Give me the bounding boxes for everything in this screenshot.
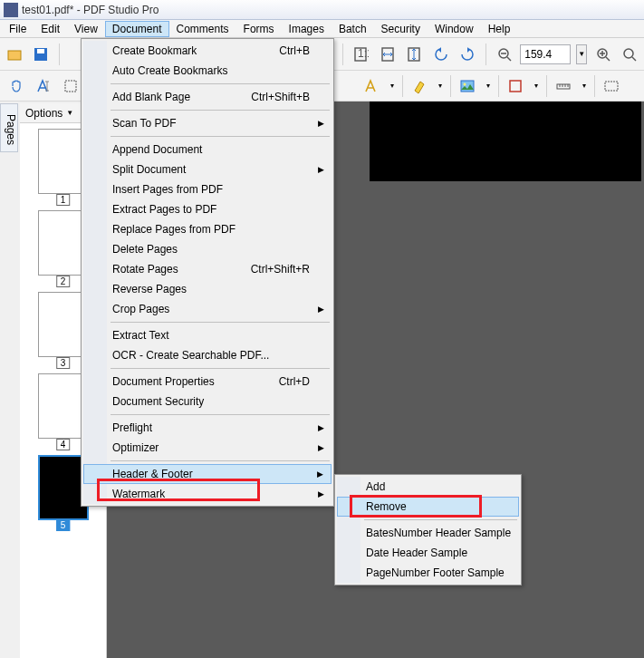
menu-item-header-footer[interactable]: Header & Footer▶ [83, 464, 332, 484]
menu-item-watermark[interactable]: Watermark▶ [83, 484, 332, 504]
menu-item-rotate-pages[interactable]: Rotate PagesCtrl+Shift+R [83, 259, 332, 279]
menu-item-auto-create-bookmarks[interactable]: Auto Create Bookmarks [83, 61, 332, 81]
menu-item-label: Rotate Pages [112, 263, 178, 276]
menu-item-extract-pages-to-pdf[interactable]: Extract Pages to PDF [83, 199, 332, 219]
submenu-arrow-icon: ▶ [318, 165, 324, 174]
save-button[interactable] [30, 42, 51, 67]
menu-separator [364, 519, 517, 520]
submenu-item-date-header-sample[interactable]: Date Header Sample [337, 543, 519, 563]
menu-item-scan-to-pdf[interactable]: Scan To PDF▶ [83, 113, 332, 133]
menu-forms[interactable]: Forms [236, 21, 282, 37]
menu-item-label: Auto Create Bookmarks [112, 64, 227, 77]
dropdown-arrow[interactable]: ▾ [434, 76, 447, 96]
menu-item-label: Delete Pages [112, 243, 178, 256]
menu-item-append-document[interactable]: Append Document [83, 140, 332, 160]
zoom-tool-button[interactable] [620, 42, 640, 67]
menu-item-document-security[interactable]: Document Security [83, 392, 332, 411]
menu-file[interactable]: File [2, 21, 34, 37]
page-number-label: 4 [56, 439, 71, 450]
submenu-item-add[interactable]: Add [337, 477, 519, 497]
menu-comments[interactable]: Comments [169, 21, 236, 37]
fit-height-button[interactable] [404, 42, 425, 67]
pages-tab[interactable]: Pages [0, 103, 18, 152]
image-button[interactable] [455, 73, 480, 99]
svg-point-12 [464, 82, 466, 85]
fit-page-button[interactable]: 1:1 [351, 42, 371, 67]
link-button[interactable] [599, 73, 624, 99]
select-tool-button[interactable] [58, 73, 83, 99]
dropdown-arrow[interactable]: ▾ [386, 76, 399, 96]
submenu-arrow-icon: ▶ [318, 423, 324, 432]
menu-window[interactable]: Window [428, 21, 481, 37]
page-number-label: 2 [56, 276, 71, 287]
menu-separator [111, 460, 330, 461]
zoom-input[interactable] [520, 44, 571, 64]
menu-item-add-blank-page[interactable]: Add Blank PageCtrl+Shift+B [83, 87, 332, 107]
menu-shortcut: Ctrl+B [279, 44, 310, 57]
menu-shortcut: Ctrl+Shift+B [251, 91, 310, 103]
svg-rect-15 [605, 82, 618, 91]
highlight-button[interactable] [407, 73, 432, 99]
separator [450, 75, 451, 97]
separator [59, 44, 60, 65]
menu-item-reverse-pages[interactable]: Reverse Pages [83, 279, 332, 299]
menu-item-preflight[interactable]: Preflight▶ [83, 418, 332, 438]
header-footer-submenu: AddRemoveBatesNumber Header SampleDate H… [334, 474, 522, 585]
menu-item-ocr-create-searchable-pdf-[interactable]: OCR - Create Searchable PDF... [83, 345, 332, 365]
menu-item-label: Remove [366, 500, 407, 513]
page-number-label: 1 [56, 194, 71, 206]
menu-item-delete-pages[interactable]: Delete Pages [83, 239, 332, 259]
svg-point-9 [624, 49, 633, 58]
menu-view[interactable]: View [67, 21, 105, 37]
open-button[interactable] [4, 42, 24, 67]
menu-item-label: Watermark [112, 488, 165, 500]
menu-item-label: Reverse Pages [112, 283, 187, 295]
zoom-out-button[interactable] [494, 42, 514, 67]
menu-shortcut: Ctrl+D [279, 375, 310, 388]
rotate-cw-button[interactable] [457, 42, 477, 67]
hand-tool-button[interactable] [4, 73, 29, 99]
zoom-dropdown-arrow[interactable]: ▼ [576, 44, 587, 64]
menu-item-split-document[interactable]: Split Document▶ [83, 160, 332, 179]
menu-bar: FileEditViewDocumentCommentsFormsImagesB… [0, 20, 644, 38]
submenu-item-batesnumber-header-sample[interactable]: BatesNumber Header Sample [337, 523, 519, 543]
dropdown-arrow[interactable]: ▾ [530, 76, 543, 96]
menu-item-insert-pages-from-pdf[interactable]: Insert Pages from PDF [83, 179, 332, 199]
menu-item-label: Replace Pages from PDF [112, 223, 235, 236]
separator [498, 75, 499, 97]
page-number-label: 5 [56, 519, 71, 531]
pages-tab-label: Pages [5, 114, 17, 145]
text-annotation-button[interactable] [359, 73, 384, 99]
window-title: test01.pdf* - PDF Studio Pro [22, 4, 159, 16]
separator [485, 44, 486, 65]
menu-document[interactable]: Document [105, 21, 169, 37]
menu-item-label: Preflight [112, 421, 152, 434]
zoom-in-button[interactable] [592, 42, 613, 67]
menu-item-label: Insert Pages from PDF [112, 183, 223, 196]
menu-edit[interactable]: Edit [34, 21, 67, 37]
svg-rect-13 [510, 81, 521, 92]
dropdown-arrow[interactable]: ▾ [482, 76, 495, 96]
measure-button[interactable] [551, 73, 576, 99]
menu-item-document-properties[interactable]: Document PropertiesCtrl+D [83, 372, 332, 392]
menu-help[interactable]: Help [481, 21, 518, 37]
menu-item-replace-pages-from-pdf[interactable]: Replace Pages from PDF [83, 219, 332, 239]
rotate-ccw-button[interactable] [430, 42, 451, 67]
menu-batch[interactable]: Batch [332, 21, 374, 37]
shape-button[interactable] [503, 73, 528, 99]
menu-security[interactable]: Security [374, 21, 428, 37]
menu-images[interactable]: Images [282, 21, 332, 37]
menu-item-optimizer[interactable]: Optimizer▶ [83, 438, 332, 458]
menu-item-extract-text[interactable]: Extract Text [83, 325, 332, 345]
fit-width-button[interactable] [377, 42, 398, 67]
menu-item-create-bookmark[interactable]: Create BookmarkCtrl+B [83, 41, 332, 61]
submenu-item-remove[interactable]: Remove [337, 497, 519, 517]
menu-item-crop-pages[interactable]: Crop Pages▶ [83, 299, 332, 319]
svg-text:1:1: 1:1 [358, 47, 369, 60]
submenu-item-pagenumber-footer-sample[interactable]: PageNumber Footer Sample [337, 563, 519, 583]
document-menu: Create BookmarkCtrl+BAuto Create Bookmar… [81, 38, 334, 507]
menu-separator [111, 414, 330, 415]
text-select-button[interactable] [31, 73, 56, 99]
menu-item-label: Extract Text [112, 329, 168, 342]
dropdown-arrow[interactable]: ▾ [578, 76, 591, 96]
